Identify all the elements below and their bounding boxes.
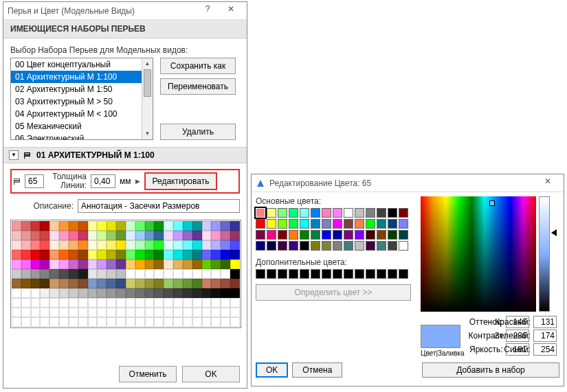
color-swatch[interactable] — [116, 250, 126, 260]
color-swatch[interactable] — [21, 288, 31, 298]
basic-color-swatch[interactable] — [355, 230, 364, 240]
color-swatch[interactable] — [154, 279, 164, 288]
color-swatch[interactable] — [116, 231, 126, 240]
basic-color-swatch[interactable] — [289, 219, 298, 229]
basic-color-swatch[interactable] — [300, 230, 309, 240]
basic-color-swatch[interactable] — [377, 208, 386, 218]
color-swatch[interactable] — [173, 250, 183, 260]
luminosity-slider[interactable] — [539, 196, 550, 312]
color-swatch[interactable] — [183, 298, 192, 308]
color-swatch[interactable] — [211, 250, 221, 260]
color-swatch[interactable] — [21, 298, 31, 308]
color-swatch[interactable] — [192, 240, 202, 250]
ok-button[interactable]: OK — [182, 366, 240, 382]
color-swatch[interactable] — [154, 231, 164, 240]
basic-colors-grid[interactable] — [256, 208, 414, 251]
color-swatch[interactable] — [192, 231, 202, 240]
color-swatch[interactable] — [211, 279, 221, 288]
close-button[interactable]: ✕ — [219, 4, 243, 18]
cancel-button[interactable]: Отмена — [292, 362, 342, 378]
color-swatch[interactable] — [126, 308, 135, 317]
color-swatch[interactable] — [173, 221, 183, 231]
basic-color-swatch[interactable] — [278, 219, 287, 229]
color-swatch[interactable] — [164, 298, 173, 308]
color-swatch[interactable] — [202, 288, 212, 298]
scrollbar[interactable]: ▲▼ — [142, 58, 153, 139]
color-swatch[interactable] — [173, 279, 183, 288]
color-swatch[interactable] — [183, 269, 192, 279]
color-swatch[interactable] — [183, 240, 192, 250]
basic-color-swatch[interactable] — [366, 241, 375, 251]
custom-color-swatch[interactable] — [388, 269, 397, 279]
color-swatch[interactable] — [126, 279, 135, 288]
green-input[interactable] — [533, 330, 557, 342]
color-swatch[interactable] — [107, 260, 116, 269]
list-item[interactable]: 05 Механический — [11, 120, 153, 132]
color-swatch[interactable] — [69, 288, 78, 298]
cancel-button[interactable]: Отменить — [119, 366, 177, 382]
basic-color-swatch[interactable] — [366, 219, 375, 229]
color-swatch[interactable] — [135, 221, 145, 231]
basic-color-swatch[interactable] — [344, 208, 353, 218]
color-swatch[interactable] — [221, 269, 230, 279]
color-swatch[interactable] — [154, 308, 164, 317]
color-swatch[interactable] — [107, 269, 116, 279]
description-input[interactable] — [78, 199, 240, 213]
color-swatch[interactable] — [107, 288, 116, 298]
save-as-button[interactable]: Сохранить как — [160, 58, 236, 74]
color-swatch[interactable] — [164, 288, 173, 298]
basic-color-swatch[interactable] — [399, 208, 408, 218]
color-swatch[interactable] — [12, 308, 21, 317]
color-swatch[interactable] — [145, 240, 155, 250]
basic-color-swatch[interactable] — [377, 241, 386, 251]
red-input[interactable] — [533, 316, 557, 328]
color-swatch[interactable] — [126, 288, 135, 298]
basic-color-swatch[interactable] — [344, 219, 353, 229]
color-swatch[interactable] — [173, 298, 183, 308]
color-swatch[interactable] — [31, 308, 41, 317]
color-swatch[interactable] — [116, 288, 126, 298]
scroll-thumb[interactable] — [144, 69, 151, 97]
color-swatch[interactable] — [59, 317, 69, 327]
color-swatch[interactable] — [154, 288, 164, 298]
color-swatch[interactable] — [135, 240, 145, 250]
color-swatch[interactable] — [78, 221, 88, 231]
color-swatch[interactable] — [221, 240, 230, 250]
basic-color-swatch[interactable] — [256, 241, 265, 251]
help-button[interactable]: ? — [196, 4, 219, 18]
color-swatch[interactable] — [78, 279, 88, 288]
color-swatch[interactable] — [40, 260, 49, 269]
color-swatch[interactable] — [164, 231, 173, 240]
color-swatch[interactable] — [12, 317, 21, 327]
color-swatch[interactable] — [21, 279, 31, 288]
color-swatch[interactable] — [69, 231, 78, 240]
close-button[interactable]: ✕ — [536, 176, 559, 190]
color-swatch[interactable] — [211, 269, 221, 279]
color-swatch[interactable] — [230, 221, 240, 231]
color-swatch[interactable] — [59, 240, 69, 250]
add-to-set-button[interactable]: Добавить в набор — [422, 362, 559, 378]
color-swatch[interactable] — [59, 260, 69, 269]
color-swatch[interactable] — [164, 260, 173, 269]
color-swatch[interactable] — [12, 279, 21, 288]
color-swatch[interactable] — [230, 308, 240, 317]
pen-number-input[interactable] — [25, 174, 44, 188]
color-swatch[interactable] — [173, 231, 183, 240]
color-swatch[interactable] — [135, 288, 145, 298]
color-swatch[interactable] — [202, 269, 212, 279]
color-swatch[interactable] — [183, 260, 192, 269]
color-swatch[interactable] — [31, 288, 41, 298]
color-swatch[interactable] — [202, 317, 212, 327]
color-swatch[interactable] — [107, 221, 116, 231]
color-swatch[interactable] — [192, 221, 202, 231]
color-swatch[interactable] — [97, 221, 107, 231]
custom-colors-grid[interactable] — [256, 269, 414, 279]
ok-button[interactable]: OK — [256, 362, 288, 378]
color-swatch[interactable] — [40, 250, 49, 260]
custom-color-swatch[interactable] — [256, 269, 265, 279]
color-swatch[interactable] — [211, 298, 221, 308]
basic-color-swatch[interactable] — [267, 241, 276, 251]
basic-color-swatch[interactable] — [278, 208, 287, 218]
color-swatch[interactable] — [88, 298, 98, 308]
list-item[interactable]: 02 Архитектурный М 1:50 — [11, 83, 153, 95]
